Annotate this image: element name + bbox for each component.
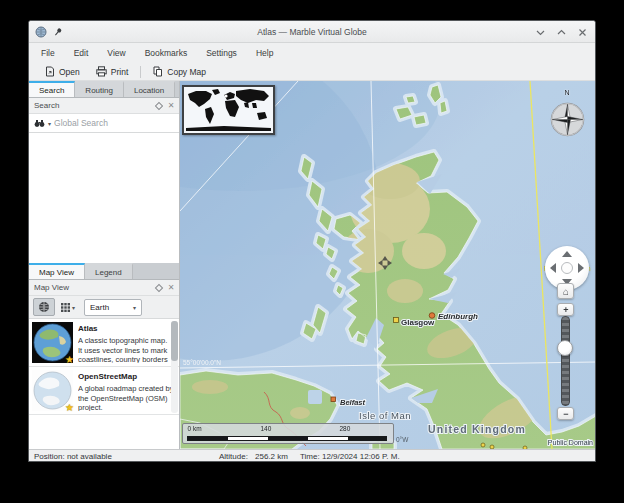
list-item-openstreetmap[interactable]: ★ OpenStreetMap A global roadmap created… bbox=[29, 367, 179, 415]
map-canvas[interactable]: Prime Meridian 55°00'00.0"N 0°W Glasgow … bbox=[180, 81, 595, 449]
statusbar: Position: not available Altitude: 256.2 … bbox=[29, 449, 595, 462]
menubar: File Edit View Bookmarks Settings Help bbox=[29, 43, 595, 63]
scale-tick-0: 0 km bbox=[187, 425, 201, 432]
chevron-down-icon: ▾ bbox=[133, 304, 136, 311]
tab-location[interactable]: Location bbox=[124, 81, 175, 97]
pan-center-button[interactable] bbox=[561, 262, 573, 274]
search-tabbar: Search Routing Location bbox=[29, 81, 179, 98]
status-position: Position: not available bbox=[34, 452, 112, 461]
home-icon: ⌂ bbox=[563, 286, 569, 297]
maximize-button[interactable] bbox=[556, 27, 566, 37]
copy-map-button[interactable]: Copy Map bbox=[145, 64, 214, 80]
minimize-button[interactable] bbox=[535, 27, 545, 37]
print-button[interactable]: Print bbox=[88, 64, 136, 80]
tab-legend[interactable]: Legend bbox=[85, 263, 133, 279]
list-view-mode-button[interactable]: ▾ bbox=[59, 298, 77, 316]
menu-view[interactable]: View bbox=[107, 48, 125, 58]
belfast-label: Belfast bbox=[340, 398, 366, 407]
zoom-out-button[interactable]: − bbox=[557, 407, 574, 420]
chevron-down-icon: ▾ bbox=[72, 304, 75, 311]
global-search-input[interactable] bbox=[54, 118, 174, 128]
theme-title: Atlas bbox=[78, 324, 176, 333]
status-time: Time: 12/9/2024 12:06 P. M. bbox=[300, 452, 400, 461]
close-button[interactable] bbox=[577, 27, 587, 37]
open-icon bbox=[45, 66, 55, 77]
search-options-chevron-icon[interactable]: ▾ bbox=[48, 120, 51, 127]
copy-icon bbox=[153, 66, 163, 77]
theme-title: OpenStreetMap bbox=[78, 372, 176, 381]
compass-north-label: N bbox=[564, 89, 569, 96]
toolbar: Open Print Copy Map bbox=[29, 63, 595, 81]
menu-edit[interactable]: Edit bbox=[74, 48, 89, 58]
zoom-slider-track[interactable] bbox=[561, 316, 570, 406]
tab-search[interactable]: Search bbox=[29, 81, 75, 97]
compass-icon[interactable] bbox=[549, 101, 586, 138]
mapview-panel-header: Map View ✕ bbox=[29, 280, 179, 296]
status-altitude-value: 256.2 km bbox=[255, 452, 288, 461]
list-scrollbar-thumb[interactable] bbox=[171, 321, 178, 361]
mapview-panel-title: Map View bbox=[34, 283, 150, 292]
scale-ruler bbox=[187, 436, 387, 441]
close-panel-icon[interactable]: ✕ bbox=[168, 283, 175, 292]
favorite-star-icon: ★ bbox=[65, 402, 74, 413]
latitude-label: 55°00'00.0"N bbox=[183, 359, 221, 366]
grid-icon bbox=[61, 303, 70, 312]
longitude-label: 0°W bbox=[396, 436, 409, 443]
lough-neagh bbox=[308, 390, 322, 404]
attribution-label: Public Domain bbox=[548, 439, 593, 446]
toolbar-separator bbox=[140, 66, 141, 78]
list-item-atlas[interactable]: ★ Atlas A classic topographic map. It us… bbox=[29, 319, 179, 367]
favorite-star-icon: ★ bbox=[65, 354, 74, 365]
search-results-area bbox=[29, 133, 179, 263]
isle-of-man-label: Isle of Man bbox=[359, 410, 411, 421]
view-tabbar: Map View Legend bbox=[29, 263, 179, 280]
united-kingdom-label: United Kingdom bbox=[429, 423, 527, 435]
map-theme-list: ★ Atlas A classic topographic map. It us… bbox=[29, 319, 179, 449]
overview-map[interactable] bbox=[182, 85, 275, 135]
scale-tick-140: 140 bbox=[260, 425, 271, 432]
glasgow-marker[interactable] bbox=[394, 318, 399, 323]
tab-routing[interactable]: Routing bbox=[75, 81, 124, 97]
home-button[interactable]: ⌂ bbox=[557, 283, 574, 299]
search-binoculars-icon bbox=[34, 119, 45, 128]
theme-desc: A global roadmap created by bbox=[78, 384, 176, 394]
menu-help[interactable]: Help bbox=[256, 48, 273, 58]
pan-right-icon[interactable] bbox=[578, 263, 584, 273]
marble-window: Atlas — Marble Virtual Globe File Edit V… bbox=[28, 20, 596, 462]
menu-settings[interactable]: Settings bbox=[206, 48, 237, 58]
menu-file[interactable]: File bbox=[41, 48, 55, 58]
window-title: Atlas — Marble Virtual Globe bbox=[29, 27, 595, 37]
tab-map-view[interactable]: Map View bbox=[29, 263, 85, 279]
menu-bookmarks[interactable]: Bookmarks bbox=[145, 48, 188, 58]
pan-up-icon[interactable] bbox=[562, 251, 572, 257]
float-panel-icon[interactable] bbox=[155, 101, 163, 109]
belfast-marker[interactable] bbox=[331, 397, 336, 402]
pan-left-icon[interactable] bbox=[550, 263, 556, 273]
titlebar[interactable]: Atlas — Marble Virtual Globe bbox=[29, 21, 595, 43]
celestial-body-select[interactable]: Earth ▾ bbox=[84, 299, 142, 316]
globe-icon bbox=[38, 301, 50, 313]
float-panel-icon[interactable] bbox=[155, 283, 163, 291]
overview-position-dot bbox=[225, 94, 228, 97]
search-panel-header: Search ✕ bbox=[29, 98, 179, 114]
scale-bar: 0 km 140 280 bbox=[182, 423, 394, 444]
status-altitude-label: Altitude: bbox=[219, 452, 248, 461]
search-box: ▾ bbox=[29, 114, 179, 133]
mapview-controls: ▾ Earth ▾ bbox=[29, 296, 179, 319]
globe-projection-button[interactable] bbox=[33, 298, 55, 316]
edinburgh-label: Edinburgh bbox=[438, 312, 478, 321]
theme-desc: A classic topographic map. bbox=[78, 336, 176, 346]
edinburgh-marker[interactable] bbox=[430, 313, 436, 319]
zoom-in-button[interactable]: + bbox=[557, 303, 574, 316]
sidebar: Search Routing Location Search ✕ ▾ Map V… bbox=[29, 81, 180, 449]
scale-tick-280: 280 bbox=[339, 425, 350, 432]
print-icon bbox=[96, 66, 107, 77]
open-button[interactable]: Open bbox=[37, 64, 88, 80]
search-panel-title: Search bbox=[34, 101, 150, 110]
glasgow-label: Glasgow bbox=[401, 318, 435, 327]
close-panel-icon[interactable]: ✕ bbox=[168, 101, 175, 110]
